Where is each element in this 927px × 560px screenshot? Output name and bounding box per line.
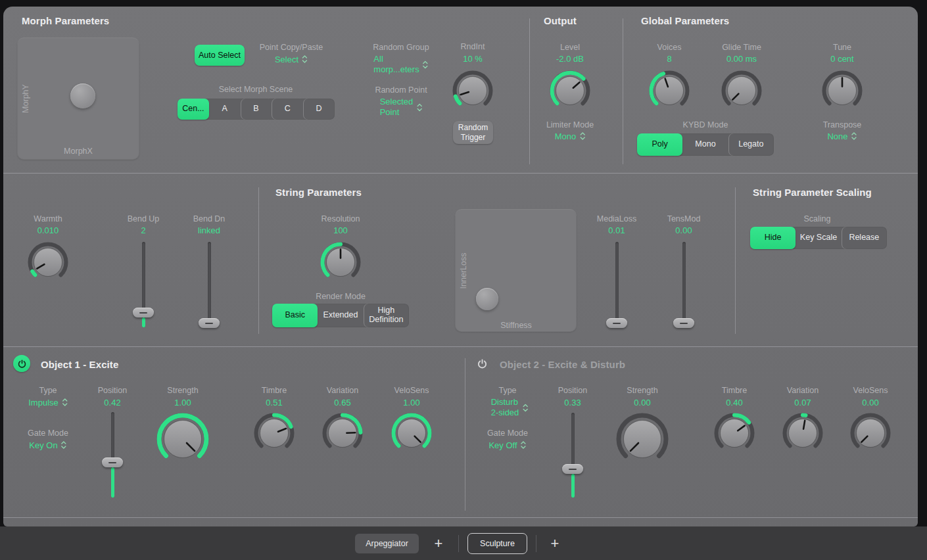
warmth-value[interactable]: 0.010 bbox=[37, 225, 59, 235]
bend-up-value[interactable]: 2 bbox=[141, 225, 145, 235]
slider-track[interactable] bbox=[682, 242, 686, 327]
stepper-chevrons-icon[interactable] bbox=[61, 441, 67, 450]
kybd-mode-segmented-option-0[interactable]: Poly bbox=[637, 133, 682, 156]
object1-timbre-value[interactable]: 0.51 bbox=[266, 398, 282, 408]
object2-gate-mode-select[interactable]: Key Off bbox=[488, 440, 526, 450]
scaling-label: Scaling bbox=[804, 214, 831, 223]
morph-scene-segmented-option-3[interactable]: C bbox=[272, 99, 303, 120]
object2-velosens-knob[interactable] bbox=[850, 413, 891, 456]
object1-velosens-value[interactable]: 1.00 bbox=[403, 398, 419, 408]
bend-dn-value[interactable]: linked bbox=[198, 225, 220, 235]
stepper-chevrons-icon[interactable] bbox=[302, 55, 308, 64]
render-mode-segmented-option-0[interactable]: Basic bbox=[272, 304, 318, 327]
bend-up-slider[interactable] bbox=[132, 237, 154, 333]
slider-handle[interactable] bbox=[102, 457, 123, 467]
slider-track[interactable] bbox=[615, 242, 619, 327]
add-plugin-button[interactable]: + bbox=[430, 535, 447, 552]
morph-pad-ball[interactable] bbox=[70, 83, 95, 108]
slider-handle[interactable] bbox=[606, 318, 627, 328]
object1-type-select[interactable]: Impulse bbox=[28, 398, 68, 408]
point-copy-paste-select[interactable]: Select bbox=[275, 55, 308, 64]
slider-track[interactable] bbox=[208, 242, 211, 327]
render-mode-segmented-option-2[interactable]: High Definition bbox=[364, 304, 409, 327]
auto-select-button[interactable]: Auto Select bbox=[195, 45, 245, 66]
resolution-value[interactable]: 100 bbox=[333, 225, 348, 235]
tensmod-value[interactable]: 0.00 bbox=[675, 225, 692, 235]
object2-timbre-value[interactable]: 0.40 bbox=[726, 398, 742, 408]
morph-scene-segmented-option-1[interactable]: A bbox=[209, 99, 241, 120]
kybd-mode-segmented-option-1[interactable]: Mono bbox=[682, 133, 728, 156]
medialoss-value[interactable]: 0.01 bbox=[608, 225, 625, 235]
object1-power-button[interactable] bbox=[13, 355, 30, 372]
object2-type-select[interactable]: Disturb 2-sided bbox=[491, 397, 529, 418]
voices-value[interactable]: 8 bbox=[667, 54, 671, 64]
stepper-chevrons-icon[interactable] bbox=[62, 398, 68, 407]
object2-power-button[interactable] bbox=[473, 355, 490, 372]
object1-strength-value[interactable]: 1.00 bbox=[174, 398, 191, 408]
medialoss-slider[interactable] bbox=[606, 237, 628, 333]
object1-strength-knob[interactable] bbox=[156, 412, 210, 469]
object1-gate-mode-select[interactable]: Key On bbox=[29, 440, 66, 450]
object1-position-slider[interactable] bbox=[101, 407, 124, 503]
morph-xy-pad[interactable] bbox=[17, 37, 139, 160]
random-point-select[interactable]: Selected Point bbox=[380, 97, 423, 118]
limiter-mode-select[interactable]: Mono bbox=[555, 131, 586, 141]
object2-strength-value[interactable]: 0.00 bbox=[634, 398, 650, 408]
object2-timbre-knob[interactable] bbox=[714, 413, 755, 456]
render-mode-segmented-option-1[interactable]: Extended bbox=[318, 304, 363, 327]
innerloss-pad-ball[interactable] bbox=[476, 288, 498, 310]
tune-value[interactable]: 0 cent bbox=[830, 54, 853, 64]
morph-y-axis-label: MorphY bbox=[21, 84, 30, 113]
stepper-chevrons-icon[interactable] bbox=[522, 404, 528, 412]
level-value[interactable]: -2.0 dB bbox=[556, 54, 584, 64]
voices-knob[interactable] bbox=[649, 70, 690, 114]
morph-scene-segmented-option-4[interactable]: D bbox=[303, 99, 335, 120]
add-plugin-button[interactable]: + bbox=[546, 535, 563, 552]
random-trigger-button[interactable]: Random Trigger bbox=[453, 121, 493, 144]
glide-time-knob[interactable] bbox=[721, 70, 762, 114]
object1-variation-value[interactable]: 0.65 bbox=[334, 398, 350, 408]
bend-dn-slider[interactable] bbox=[198, 237, 220, 333]
kybd-mode-segmented-option-2[interactable]: Legato bbox=[728, 133, 774, 156]
resolution-knob[interactable] bbox=[320, 242, 361, 285]
sculpture-plugin-button[interactable]: Sculpture bbox=[467, 533, 527, 554]
stepper-chevrons-icon[interactable] bbox=[579, 132, 585, 141]
innerloss-stiffness-xy-pad[interactable] bbox=[455, 209, 577, 332]
glide-time-value[interactable]: 0.00 ms bbox=[726, 54, 757, 64]
object2-position-value[interactable]: 0.33 bbox=[564, 398, 581, 408]
object1-type-label: Type bbox=[39, 386, 57, 395]
slider-handle[interactable] bbox=[673, 318, 694, 328]
slider-handle[interactable] bbox=[562, 464, 583, 474]
scaling-segmented-option-1[interactable]: Key Scale bbox=[796, 227, 841, 249]
level-knob[interactable] bbox=[550, 70, 590, 114]
object1-timbre-knob[interactable] bbox=[254, 413, 295, 456]
slider-handle[interactable] bbox=[199, 318, 220, 328]
object2-velosens-value[interactable]: 0.00 bbox=[862, 398, 878, 408]
scaling-segmented-option-0[interactable]: Hide bbox=[750, 227, 796, 249]
tune-label: Tune bbox=[833, 43, 851, 52]
arpeggiator-plugin-button[interactable]: Arpeggiator bbox=[355, 534, 419, 553]
tensmod-slider[interactable] bbox=[673, 237, 695, 333]
object1-variation-knob[interactable] bbox=[322, 413, 363, 456]
object1-variation-label: Variation bbox=[327, 386, 358, 395]
rndint-knob[interactable] bbox=[452, 70, 493, 114]
random-group-select[interactable]: All morp...eters bbox=[373, 54, 428, 75]
stepper-chevrons-icon[interactable] bbox=[521, 441, 527, 450]
warmth-knob[interactable] bbox=[28, 242, 68, 285]
slider-handle[interactable] bbox=[133, 308, 154, 317]
object2-position-slider[interactable] bbox=[561, 408, 584, 503]
object2-variation-value[interactable]: 0.07 bbox=[794, 398, 811, 408]
morph-scene-segmented-option-2[interactable]: B bbox=[241, 99, 272, 120]
object2-variation-knob[interactable] bbox=[782, 413, 823, 456]
stepper-chevrons-icon[interactable] bbox=[851, 132, 857, 141]
object1-velosens-knob[interactable] bbox=[391, 413, 432, 456]
scaling-segmented-option-2[interactable]: Release bbox=[842, 227, 887, 249]
morph-scene-segmented-option-0[interactable]: Cen... bbox=[178, 99, 209, 120]
rndint-value[interactable]: 10 % bbox=[463, 54, 483, 64]
stepper-chevrons-icon[interactable] bbox=[423, 60, 429, 69]
tune-knob[interactable] bbox=[822, 70, 863, 114]
object1-position-value[interactable]: 0.42 bbox=[104, 398, 120, 408]
transpose-select[interactable]: None bbox=[827, 131, 857, 141]
stepper-chevrons-icon[interactable] bbox=[416, 103, 422, 112]
object2-strength-knob[interactable] bbox=[615, 412, 669, 469]
